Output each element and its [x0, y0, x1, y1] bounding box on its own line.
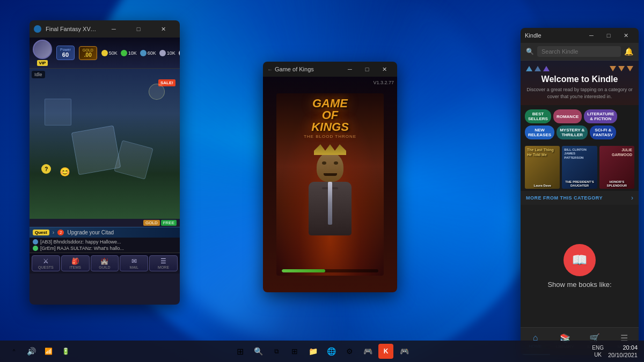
- gold-label: GOLD: [83, 48, 93, 52]
- category-scifi-fantasy[interactable]: SCI-FI &FANTASY: [590, 125, 616, 139]
- show-books-text: Show me books like:: [547, 280, 611, 289]
- food-icon: [121, 50, 127, 56]
- ffxv-close-button[interactable]: ✕: [151, 20, 175, 38]
- kindle-welcome-subtitle: Discover a great read by tapping on a ca…: [526, 86, 633, 100]
- gok-close-button[interactable]: ✕: [376, 62, 393, 77]
- more-from-category-button[interactable]: MORE FROM THIS CATEGORY ›: [521, 191, 639, 205]
- chat-line-1: [AB3] Bhndclsddorz: happy Hallowe...: [33, 239, 177, 245]
- taskbar-widgets-button[interactable]: ⊞: [287, 344, 302, 359]
- gok-bar-fill: [282, 269, 325, 272]
- category-literature-fiction[interactable]: LITERATURE& FICTION: [584, 109, 617, 123]
- ffxv-avatar-container: VIP: [33, 40, 52, 66]
- category-mystery-thriller[interactable]: MYSTERY &THRILLER: [557, 125, 588, 139]
- chat-line-2: [GrEm] RAJA SULTANz: What's hallo...: [33, 245, 177, 252]
- taskbar-search-button[interactable]: 🔍: [251, 344, 266, 359]
- taskbar-settings-button[interactable]: ⚙: [342, 344, 357, 359]
- speaker-icon[interactable]: 🔊: [24, 344, 39, 359]
- map-quest-marker[interactable]: ?: [41, 164, 51, 174]
- gok-title-display: GAMEOFKINGS THE BLOOD THRONE: [287, 98, 373, 139]
- quest-label: Quest: [33, 230, 49, 235]
- start-button[interactable]: ⊞: [232, 344, 247, 359]
- gok-title: Game of Kings: [275, 66, 341, 72]
- gok-minimize-button[interactable]: ─: [341, 62, 358, 77]
- kindle-search-input[interactable]: [537, 46, 621, 57]
- map-feature-1: [149, 84, 165, 100]
- book-cover-3[interactable]: JULIE GARWOOD HONOR'S SPLENDOUR: [599, 146, 634, 189]
- ffxv-map[interactable]: Idle SALE! ? 😊: [30, 69, 180, 219]
- map-building-2: [45, 99, 71, 125]
- category-new-releases[interactable]: NEWRELEASES: [525, 125, 554, 139]
- category-romance[interactable]: ROMANCE: [553, 109, 582, 123]
- free-tag[interactable]: FREE: [161, 220, 177, 226]
- chat-icon-1: [33, 239, 38, 245]
- kindle-welcome-banner: Welcome to Kindle Discover a great read …: [521, 61, 639, 105]
- gold-amount: 50K: [109, 50, 118, 56]
- left-triangles: [526, 66, 550, 71]
- power-label: Power: [60, 48, 71, 51]
- guild-button[interactable]: 🏰 GUILD: [91, 255, 119, 271]
- gok-maximize-button[interactable]: □: [358, 62, 376, 77]
- kindle-close-button[interactable]: ✕: [617, 28, 634, 43]
- gok-back-icon[interactable]: ←: [267, 67, 273, 72]
- ffxv-chat: [AB3] Bhndclsddorz: happy Hallowe... [Gr…: [30, 238, 180, 253]
- items-icon: 🎒: [63, 257, 88, 265]
- tri-6: [627, 66, 633, 71]
- warrior-sword: [328, 182, 332, 225]
- ffxv-titlebar[interactable]: Final Fantasy XV: A New Empire ─ □ ✕: [30, 20, 180, 38]
- ffxv-minimize-button[interactable]: ─: [101, 20, 126, 38]
- kindle-window-controls: ─ □ ✕: [583, 28, 634, 43]
- items-button[interactable]: 🎒 ITEMS: [61, 255, 90, 271]
- kindle-notification-bell[interactable]: 🔔: [624, 47, 633, 56]
- taskbar-language: ENGUK: [592, 344, 604, 358]
- quests-button[interactable]: ⚔ QUESTS: [32, 255, 60, 271]
- stone-icon: [159, 50, 166, 56]
- quest-number: 2: [57, 230, 64, 235]
- taskbar-center: ⊞ 🔍 ⧉ ⊞ 📁 🌐 ⚙ 🎮 K 🎮: [232, 344, 412, 359]
- kindle-title: Kindle: [525, 32, 583, 39]
- kindle-maximize-button[interactable]: □: [600, 28, 617, 43]
- network-icon[interactable]: 📶: [41, 344, 56, 359]
- kindle-show-books[interactable]: 📖 Show me books like:: [521, 205, 639, 327]
- gok-titlebar[interactable]: ← Game of Kings ─ □ ✕: [263, 62, 397, 77]
- taskbar-game2-button[interactable]: 🎮: [397, 344, 412, 359]
- taskbar-explorer-button[interactable]: 📁: [305, 344, 320, 359]
- gok-window-controls: ─ □ ✕: [341, 62, 393, 77]
- kindle-minimize-button[interactable]: ─: [583, 28, 600, 43]
- warrior-eye-r: [334, 161, 338, 165]
- tri-4: [610, 66, 616, 71]
- ffxv-quest-bar[interactable]: Quest › 2 Upgrade your Citad: [30, 227, 180, 238]
- book-cover-1[interactable]: The Last Thing He Told Me Laura Dave: [525, 146, 560, 189]
- ffxv-resources: 50K 10K 60K 10K 15K: [101, 50, 180, 56]
- resource-stone: 10K: [159, 50, 175, 56]
- time-display: 20:04: [608, 344, 638, 351]
- quest-arrow-icon: ›: [53, 230, 54, 235]
- kindle-content: 🔍 🔔 Welcome to Kindle Discover a great r…: [521, 43, 639, 355]
- taskbar-game1-button[interactable]: 🎮: [360, 344, 375, 359]
- date-display: 20/10/2021: [608, 351, 638, 359]
- resource-wood: 60K: [140, 50, 156, 56]
- taskbar-time[interactable]: 20:04 20/10/2021: [608, 344, 638, 359]
- ffxv-maximize-button[interactable]: □: [126, 20, 151, 38]
- ffxv-window: Final Fantasy XV: A New Empire ─ □ ✕ VIP…: [30, 20, 180, 305]
- taskbar-taskview-button[interactable]: ⧉: [269, 344, 284, 359]
- map-character[interactable]: 😊: [60, 167, 70, 177]
- more-button[interactable]: ☰ MORE: [149, 255, 178, 271]
- category-best-sellers[interactable]: BESTSELLERS: [525, 109, 551, 123]
- food-amount: 10K: [128, 50, 137, 56]
- ffxv-power-box: Power 60: [56, 46, 75, 60]
- book-1-author: Laura Dave: [526, 184, 559, 188]
- system-tray-expand[interactable]: ^: [6, 344, 21, 359]
- wood-amount: 60K: [148, 50, 156, 56]
- idle-badge: Idle: [32, 71, 45, 78]
- taskbar-k-button[interactable]: K: [378, 344, 393, 359]
- mail-button[interactable]: ✉ MAIL: [120, 255, 148, 271]
- ffxv-content: VIP Power 60 GOLD .00 50K 10K: [30, 38, 180, 305]
- ffxv-title: Final Fantasy XV: A New Empire: [46, 26, 97, 32]
- book-cover-2[interactable]: BILL CLINTONJAMESPATTERSON THE PRESIDENT…: [562, 146, 597, 189]
- gold-tag[interactable]: GOLD: [143, 220, 160, 226]
- battery-icon[interactable]: 🔋: [58, 344, 73, 359]
- kindle-categories: BESTSELLERS ROMANCE LITERATURE& FICTION …: [521, 105, 639, 144]
- kindle-titlebar[interactable]: Kindle ─ □ ✕: [521, 28, 639, 43]
- gok-warrior-display: GAMEOFKINGS THE BLOOD THRONE: [276, 93, 384, 276]
- taskbar-edge-button[interactable]: 🌐: [324, 344, 339, 359]
